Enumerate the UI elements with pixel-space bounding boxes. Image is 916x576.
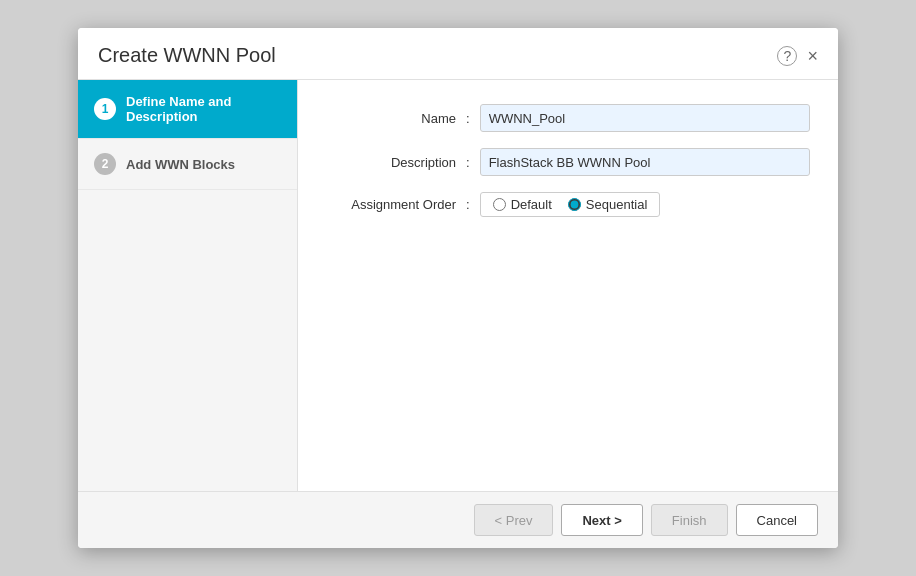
- radio-default-input[interactable]: [493, 198, 506, 211]
- prev-button[interactable]: < Prev: [474, 504, 554, 536]
- dialog-footer: < Prev Next > Finish Cancel: [78, 491, 838, 548]
- step-label-1: Define Name and Description: [126, 94, 281, 124]
- assignment-order-row: Assignment Order : Default Sequential: [326, 192, 810, 217]
- sidebar-step-1[interactable]: 1 Define Name and Description: [78, 80, 297, 139]
- step-label-2: Add WWN Blocks: [126, 157, 235, 172]
- name-label: Name: [326, 111, 466, 126]
- cancel-button[interactable]: Cancel: [736, 504, 818, 536]
- help-icon[interactable]: ?: [777, 46, 797, 66]
- description-row: Description :: [326, 148, 810, 176]
- dialog-body: 1 Define Name and Description 2 Add WWN …: [78, 80, 838, 491]
- content-area: Name : Description : Assignment Order :: [298, 80, 838, 491]
- radio-default[interactable]: Default: [493, 197, 552, 212]
- sidebar-step-2[interactable]: 2 Add WWN Blocks: [78, 139, 297, 190]
- name-input[interactable]: [480, 104, 810, 132]
- assignment-order-colon: :: [466, 197, 470, 212]
- next-button[interactable]: Next >: [561, 504, 642, 536]
- radio-sequential-input[interactable]: [568, 198, 581, 211]
- description-colon: :: [466, 155, 470, 170]
- description-label: Description: [326, 155, 466, 170]
- header-icons: ? ×: [777, 46, 818, 66]
- assignment-order-radio-group: Default Sequential: [480, 192, 661, 217]
- radio-default-label: Default: [511, 197, 552, 212]
- dialog: Create WWNN Pool ? × 1 Define Name and D…: [78, 28, 838, 548]
- dialog-header: Create WWNN Pool ? ×: [78, 28, 838, 80]
- name-row: Name :: [326, 104, 810, 132]
- finish-button[interactable]: Finish: [651, 504, 728, 536]
- sidebar: 1 Define Name and Description 2 Add WWN …: [78, 80, 298, 491]
- radio-sequential[interactable]: Sequential: [568, 197, 647, 212]
- dialog-title: Create WWNN Pool: [98, 44, 276, 67]
- step-number-1: 1: [94, 98, 116, 120]
- description-input[interactable]: [480, 148, 810, 176]
- overlay: Create WWNN Pool ? × 1 Define Name and D…: [0, 0, 916, 576]
- close-icon[interactable]: ×: [807, 47, 818, 65]
- radio-sequential-label: Sequential: [586, 197, 647, 212]
- step-number-2: 2: [94, 153, 116, 175]
- name-colon: :: [466, 111, 470, 126]
- assignment-order-label: Assignment Order: [326, 197, 466, 212]
